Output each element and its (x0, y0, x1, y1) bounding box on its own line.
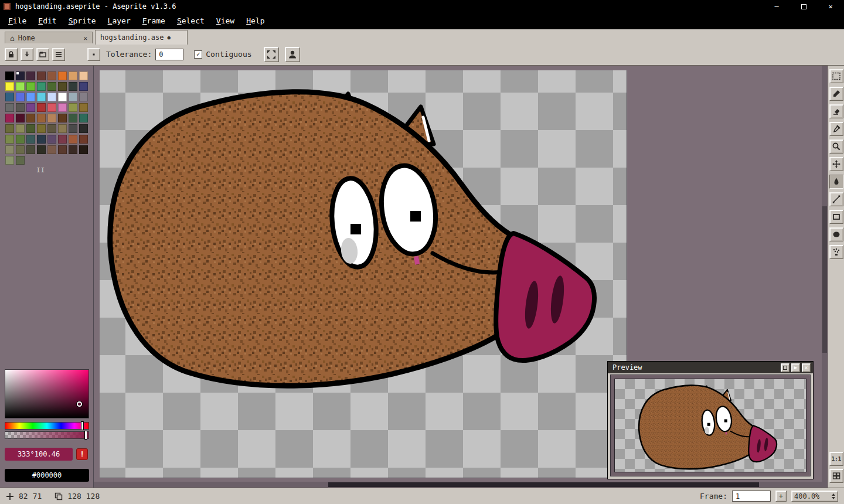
palette-swatch[interactable] (79, 114, 88, 122)
actual-size-button[interactable]: 1:1 (829, 452, 843, 466)
palette-options-button[interactable] (52, 48, 65, 61)
brush-type-button[interactable] (87, 48, 100, 61)
palette-swatch[interactable] (37, 135, 46, 144)
palette-swatch[interactable] (47, 124, 56, 133)
canvas-vertical-scrollbar[interactable] (822, 66, 828, 488)
minimize-button[interactable]: – (763, 0, 790, 13)
palette-swatch[interactable] (69, 135, 77, 144)
palette-swatch[interactable] (16, 124, 25, 133)
timeline-toggle-button[interactable] (829, 469, 843, 483)
add-frame-button[interactable]: + (775, 491, 787, 502)
palette-swatch[interactable] (69, 145, 77, 154)
tab-home[interactable]: ⌂ Home ✕ (5, 32, 93, 45)
tolerance-input[interactable]: 0 (155, 49, 183, 60)
ink-type-button[interactable] (285, 47, 300, 62)
preview-play-button[interactable]: ▶ (791, 363, 800, 372)
palette-swatch[interactable] (79, 71, 88, 80)
palette-swatch[interactable] (37, 82, 46, 91)
palette-sort-button[interactable] (21, 48, 33, 61)
palette-swatch[interactable] (16, 103, 25, 112)
palette-swatch[interactable] (16, 145, 25, 154)
palette-swatch[interactable] (79, 135, 88, 144)
palette-swatch[interactable] (58, 145, 67, 154)
palette-swatch[interactable] (37, 71, 46, 80)
maximize-button[interactable] (790, 0, 817, 13)
canvas-surface[interactable] (100, 70, 627, 478)
palette-swatch[interactable] (26, 145, 35, 154)
zoom-control[interactable]: 400.0% (791, 491, 838, 502)
palette-swatch[interactable] (58, 114, 67, 122)
palette-swatch[interactable] (5, 71, 14, 80)
palette-presets-button[interactable] (36, 48, 49, 61)
palette-swatch[interactable] (5, 145, 14, 154)
palette-swatch[interactable] (47, 135, 56, 144)
palette-swatch[interactable] (69, 71, 77, 80)
palette-swatch[interactable] (69, 114, 77, 122)
palette-swatch[interactable] (47, 114, 56, 122)
palette-swatch[interactable] (47, 82, 56, 91)
palette-swatch[interactable] (16, 135, 25, 144)
palette-swatch[interactable] (79, 145, 88, 154)
preview-close-button[interactable]: ✕ (802, 363, 811, 372)
menu-item[interactable]: View (210, 15, 240, 27)
palette-swatch[interactable] (69, 82, 77, 91)
tool-paint-bucket[interactable] (829, 175, 843, 189)
palette-swatch[interactable] (79, 82, 88, 91)
palette-swatch[interactable] (16, 82, 25, 91)
palette-swatch[interactable] (79, 124, 88, 133)
palette-swatch[interactable] (5, 156, 14, 165)
frame-input[interactable]: 1 (732, 491, 771, 502)
palette-swatch[interactable] (47, 71, 56, 80)
palette-warning-button[interactable]: ! (76, 448, 88, 460)
palette-swatch[interactable] (47, 103, 56, 112)
palette-swatch[interactable] (26, 114, 35, 122)
palette-swatch[interactable] (69, 124, 77, 133)
menu-item[interactable]: Layer (102, 15, 137, 27)
palette-swatch[interactable] (58, 135, 67, 144)
contiguous-checkbox[interactable]: ✓ (194, 50, 202, 59)
tool-eraser[interactable] (829, 104, 843, 118)
palette-swatch[interactable] (16, 71, 25, 80)
tool-zoom[interactable] (829, 139, 843, 154)
menu-item[interactable]: Sprite (63, 15, 102, 27)
tab-document[interactable]: hogstanding.ase ● (95, 30, 188, 45)
palette-swatch[interactable] (26, 103, 35, 112)
menu-item[interactable]: Frame (137, 15, 171, 27)
tool-line[interactable] (829, 192, 843, 206)
saturation-value-picker[interactable] (5, 369, 89, 418)
preview-options-button[interactable] (781, 363, 789, 372)
palette-swatch[interactable] (5, 114, 14, 122)
palette-swatch[interactable] (37, 145, 46, 154)
palette-swatch[interactable] (37, 124, 46, 133)
alpha-marker[interactable] (84, 431, 87, 440)
palette-swatch[interactable] (47, 145, 56, 154)
hue-slider[interactable] (5, 422, 89, 430)
palette-swatch[interactable] (37, 93, 46, 101)
palette-swatch[interactable] (5, 135, 14, 144)
close-button[interactable]: ✕ (817, 0, 844, 13)
preview-title-bar[interactable]: Preview ▶ ✕ (608, 362, 813, 373)
tab-home-close-icon[interactable]: ✕ (83, 35, 87, 42)
palette-swatch[interactable] (26, 135, 35, 144)
palette-swatch[interactable] (58, 82, 67, 91)
palette-swatch[interactable] (69, 93, 77, 101)
tool-ellipse[interactable] (829, 227, 843, 241)
zoom-spinner-icon[interactable] (832, 493, 835, 499)
palette-swatch[interactable] (79, 103, 88, 112)
alpha-slider[interactable] (5, 431, 89, 439)
canvas-horizontal-scrollbar[interactable] (94, 482, 822, 488)
vertical-scroll-thumb[interactable] (822, 206, 827, 353)
palette-swatch[interactable] (79, 93, 88, 101)
hue-marker[interactable] (81, 421, 84, 430)
menu-item[interactable]: Help (240, 15, 270, 27)
palette-swatch[interactable] (69, 103, 77, 112)
tool-eyedropper[interactable] (829, 122, 843, 136)
palette-swatch[interactable] (26, 71, 35, 80)
tool-rectangle[interactable] (829, 210, 843, 224)
palette-swatch[interactable] (16, 156, 25, 165)
palette-swatch[interactable] (5, 103, 14, 112)
sv-marker[interactable] (77, 401, 82, 407)
palette-swatch[interactable] (26, 82, 35, 91)
palette-swatch[interactable] (58, 124, 67, 133)
tool-move[interactable] (829, 157, 843, 171)
